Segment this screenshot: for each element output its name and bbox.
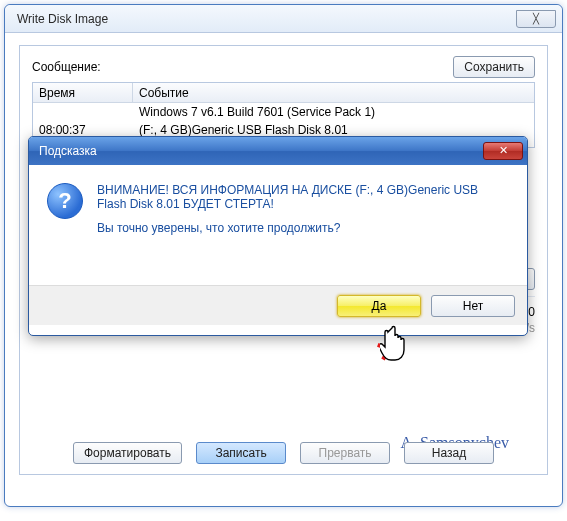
window-close-button[interactable]: ╳ bbox=[516, 10, 556, 28]
abort-button[interactable]: Прервать bbox=[300, 442, 390, 464]
dialog-confirm-text: Вы точно уверены, что хотите продолжить? bbox=[97, 221, 509, 235]
format-button[interactable]: Форматировать bbox=[73, 442, 182, 464]
dialog-titlebar[interactable]: Подсказка ✕ bbox=[29, 137, 527, 165]
dialog-close-button[interactable]: ✕ bbox=[483, 142, 523, 160]
dialog-button-bar: Да Нет bbox=[29, 285, 527, 325]
titlebar[interactable]: Write Disk Image ╳ bbox=[5, 5, 562, 33]
dialog-title: Подсказка bbox=[39, 144, 97, 158]
log-row: Windows 7 v6.1 Build 7601 (Service Pack … bbox=[33, 103, 534, 121]
col-time-header: Время bbox=[33, 83, 133, 102]
question-icon: ? bbox=[47, 183, 83, 219]
yes-button[interactable]: Да bbox=[337, 295, 421, 317]
no-button[interactable]: Нет bbox=[431, 295, 515, 317]
log-event: Windows 7 v6.1 Build 7601 (Service Pack … bbox=[133, 103, 534, 121]
back-button[interactable]: Назад bbox=[404, 442, 494, 464]
log-time bbox=[33, 103, 133, 121]
save-button[interactable]: Сохранить bbox=[453, 56, 535, 78]
message-label: Сообщение: bbox=[32, 60, 453, 74]
dialog-message: ВНИМАНИЕ! ВСЯ ИНФОРМАЦИЯ НА ДИСКЕ (F:, 4… bbox=[97, 183, 509, 285]
col-event-header: Событие bbox=[133, 83, 534, 102]
window-title: Write Disk Image bbox=[17, 12, 108, 26]
write-button[interactable]: Записать bbox=[196, 442, 286, 464]
confirm-dialog: Подсказка ✕ ? ВНИМАНИЕ! ВСЯ ИНФОРМАЦИЯ Н… bbox=[28, 136, 528, 336]
dialog-warning-text: ВНИМАНИЕ! ВСЯ ИНФОРМАЦИЯ НА ДИСКЕ (F:, 4… bbox=[97, 183, 509, 211]
bottom-button-bar: Форматировать Записать Прервать Назад bbox=[20, 442, 547, 464]
log-header: Время Событие bbox=[33, 83, 534, 103]
